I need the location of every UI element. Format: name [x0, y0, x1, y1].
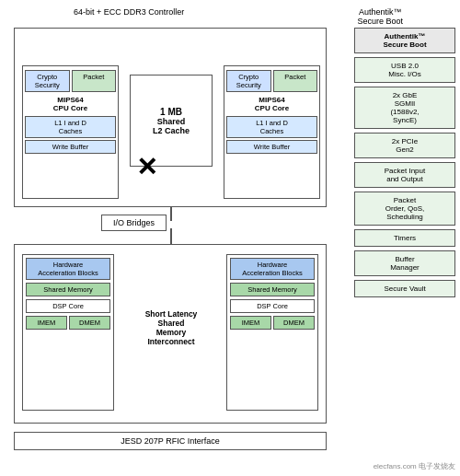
- vault-box: Secure Vault: [354, 280, 455, 297]
- connect-line-1: [170, 207, 172, 221]
- cpu-label-left: MIPS64 CPU Core: [23, 94, 118, 114]
- l2-line2: Shared: [157, 117, 186, 126]
- crypto-security-right: Crypto Security: [226, 70, 271, 92]
- packet-io-box: Packet Input and Output: [354, 162, 455, 188]
- dmem-left: DMEM: [69, 316, 110, 330]
- l2-line1: 1 MB: [160, 107, 182, 117]
- accel-right-title: Hardware Acceleration Blocks: [230, 258, 315, 280]
- accel-left-title: Hardware Acceleration Blocks: [26, 258, 110, 280]
- write-buffer-left: Write Buffer: [25, 140, 116, 154]
- crypto-security-left: Crypto Security: [25, 70, 70, 92]
- l1-cache-right: L1 I and D Caches: [226, 116, 317, 138]
- authentik-label: Authentik™ Secure Boot: [357, 7, 403, 26]
- authentik-box: Authentik™ Secure Boot: [354, 28, 455, 53]
- dsp-right: DSP Core: [230, 299, 315, 313]
- l1-cache-left: L1 I and D Caches: [25, 116, 116, 138]
- cpu-label-right: MIPS64 CPU Core: [224, 94, 319, 114]
- connect-line-2: [170, 228, 172, 245]
- ddr3-controller-label: 64-bit + ECC DDR3 Controller: [74, 7, 184, 17]
- dmem-right: DMEM: [273, 316, 315, 330]
- watermark: elecfans.com 电子发烧友: [374, 461, 455, 471]
- gbe-box: 2x GbE SGMII (1588v2, SyncE): [354, 87, 455, 129]
- packet-right: Packet: [273, 70, 318, 92]
- x-symbol: ✕: [136, 152, 157, 182]
- imem-right: IMEM: [230, 316, 271, 330]
- diagram-wrapper: 64-bit + ECC DDR3 Controller Authentik™ …: [0, 0, 460, 476]
- buffer-box: Buffer Manager: [354, 250, 455, 276]
- imem-dmem-right: IMEM DMEM: [230, 316, 315, 330]
- pcie-box: 2x PCIe Gen2: [354, 133, 455, 158]
- shared-mem-right: Shared Memory: [230, 283, 315, 296]
- right-panel: Authentik™ Secure Boot USB 2.0 Misc. I/O…: [354, 28, 455, 297]
- accel-right: Hardware Acceleration Blocks Shared Memo…: [226, 254, 318, 411]
- imem-dmem-left: IMEM DMEM: [26, 316, 110, 330]
- cpu-core-left: Crypto Security Packet MIPS64 CPU Core L…: [22, 65, 119, 199]
- shared-mem-left: Shared Memory: [26, 283, 110, 296]
- l2-line3: L2 Cache: [153, 126, 190, 135]
- accel-left: Hardware Acceleration Blocks Shared Memo…: [22, 254, 114, 411]
- bottom-accel-section: Hardware Acceleration Blocks Shared Memo…: [14, 244, 327, 424]
- usb-box: USB 2.0 Misc. I/Os: [354, 57, 455, 83]
- short-latency-label: Short Latency Shared Memory Interconnect: [121, 273, 222, 383]
- cpu-core-right: Crypto Security Packet MIPS64 CPU Core L…: [224, 65, 320, 199]
- packet-left: Packet: [72, 70, 117, 92]
- timers-box: Timers: [354, 229, 455, 247]
- write-buffer-right: Write Buffer: [226, 140, 317, 154]
- imem-left: IMEM: [26, 316, 67, 330]
- main-cpu-box: Crypto Security Packet MIPS64 CPU Core L…: [14, 28, 327, 207]
- qos-box: Packet Order, QoS, Scheduling: [354, 192, 455, 226]
- io-bridges-label: I/O Bridges: [101, 215, 167, 231]
- dsp-left: DSP Core: [26, 299, 110, 313]
- jesd-bar: JESD 207P RFIC Interface: [14, 432, 327, 450]
